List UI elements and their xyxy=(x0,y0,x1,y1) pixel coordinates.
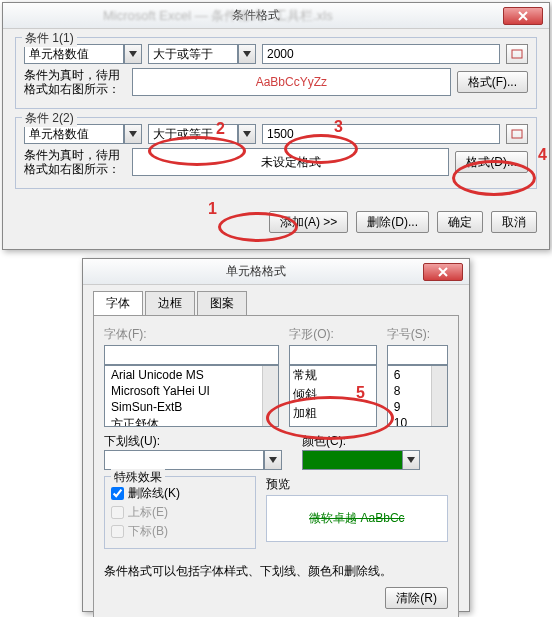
ok-button[interactable]: 确定 xyxy=(437,211,483,233)
font-style-label: 字形(O): xyxy=(289,326,377,343)
cond1-type-input[interactable] xyxy=(24,44,124,64)
super-checkbox xyxy=(111,506,124,519)
color-label: 颜色(C): xyxy=(302,433,448,450)
cond1-side-label: 条件为真时，待用 格式如右图所示： xyxy=(24,68,126,96)
svg-rect-1 xyxy=(512,130,522,138)
close-icon xyxy=(438,267,448,277)
cond1-operator-combo[interactable] xyxy=(148,44,256,64)
cond1-type-combo[interactable] xyxy=(24,44,142,64)
font-size-list[interactable]: 6 8 9 10 xyxy=(387,365,448,427)
scrollbar[interactable] xyxy=(262,366,278,426)
cond2-value-input[interactable] xyxy=(262,124,500,144)
dialog2-tabs: 字体 边框 图案 xyxy=(83,285,469,315)
underline-combo[interactable] xyxy=(104,450,282,470)
font-footnote: 条件格式可以包括字体样式、下划线、颜色和删除线。 xyxy=(104,563,448,579)
cond2-type-combo[interactable] xyxy=(24,124,142,144)
effects-label: 特殊效果 xyxy=(111,469,165,486)
cond1-preview: AaBbCcYyZz xyxy=(132,68,451,96)
list-item[interactable]: 8 xyxy=(391,383,428,399)
underline-label: 下划线(U): xyxy=(104,433,282,450)
list-item[interactable]: 9 xyxy=(391,399,428,415)
effects-group: 特殊效果 删除线(K) 上标(E) 下标(B) xyxy=(104,476,256,549)
list-item[interactable]: 方正舒体 xyxy=(108,415,259,427)
cell-format-dialog: 单元格格式 字体 边框 图案 字体(F): Arial Unicode MS M… xyxy=(82,258,470,612)
dialog2-title: 单元格格式 xyxy=(89,263,423,280)
list-item[interactable]: 6 xyxy=(391,367,428,383)
condition-2-legend: 条件 2(2) xyxy=(22,110,77,127)
svg-rect-0 xyxy=(512,50,522,58)
cond2-format-button[interactable]: 格式(D)... xyxy=(455,151,528,173)
sub-label: 下标(B) xyxy=(128,523,168,540)
preview-box: 微软卓越 AaBbCc xyxy=(266,495,448,542)
cond2-type-input[interactable] xyxy=(24,124,124,144)
font-size-input xyxy=(387,345,448,365)
dropdown-icon[interactable] xyxy=(238,124,256,144)
dialog2-close-button[interactable] xyxy=(423,263,463,281)
cond2-side-label: 条件为真时，待用 格式如右图所示： xyxy=(24,148,126,176)
cond2-preview: 未设定格式 xyxy=(132,148,449,176)
font-face-label: 字体(F): xyxy=(104,326,279,343)
sub-checkbox xyxy=(111,525,124,538)
font-size-label: 字号(S): xyxy=(387,326,448,343)
color-combo[interactable] xyxy=(302,450,448,470)
add-button[interactable]: 添加(A) >> xyxy=(269,211,348,233)
dropdown-icon[interactable] xyxy=(402,450,420,470)
dropdown-icon[interactable] xyxy=(264,450,282,470)
conditional-format-dialog: Microsoft Excel — 条件格式 · 工具栏.xls 条件格式 条件… xyxy=(2,2,550,250)
font-style-list[interactable]: 常规 倾斜 加粗 加粗 倾斜 xyxy=(289,365,377,427)
dialog1-buttons: 添加(A) >> 删除(D)... 确定 取消 xyxy=(3,205,549,239)
dialog1-close-button[interactable] xyxy=(503,7,543,25)
underline-input[interactable] xyxy=(104,450,264,470)
dialog1-titlebar: Microsoft Excel — 条件格式 · 工具栏.xls 条件格式 xyxy=(3,3,549,29)
clear-button[interactable]: 清除(R) xyxy=(385,587,448,609)
cond1-ref-picker[interactable] xyxy=(506,44,528,64)
tab-border[interactable]: 边框 xyxy=(145,291,195,315)
list-item[interactable]: 10 xyxy=(391,415,428,427)
cond2-ref-picker[interactable] xyxy=(506,124,528,144)
list-item[interactable]: 常规 xyxy=(290,366,376,385)
dialog2-titlebar: 单元格格式 xyxy=(83,259,469,285)
list-item[interactable]: 加粗 倾斜 xyxy=(290,423,376,427)
cond1-value-input[interactable] xyxy=(262,44,500,64)
close-icon xyxy=(518,11,528,21)
cond2-operator-input[interactable] xyxy=(148,124,238,144)
color-swatch xyxy=(302,450,402,470)
cond1-operator-input[interactable] xyxy=(148,44,238,64)
list-item[interactable]: 加粗 xyxy=(290,404,376,423)
condition-1-legend: 条件 1(1) xyxy=(22,30,77,47)
list-item[interactable]: 倾斜 xyxy=(290,385,376,404)
dropdown-icon[interactable] xyxy=(238,44,256,64)
blurred-bg-title: Microsoft Excel — 条件格式 · 工具栏.xls xyxy=(103,7,333,25)
ref-icon xyxy=(511,129,523,139)
scrollbar[interactable] xyxy=(431,366,447,426)
list-item[interactable]: Microsoft YaHei UI xyxy=(108,383,259,399)
condition-2-group: 条件 2(2) 条件为真时，待用 格式如右图所示： 未设定格式 格式(D)... xyxy=(15,117,537,189)
list-item[interactable]: SimSun-ExtB xyxy=(108,399,259,415)
dropdown-icon[interactable] xyxy=(124,44,142,64)
list-item[interactable]: Arial Unicode MS xyxy=(108,367,259,383)
condition-1-group: 条件 1(1) 条件为真时，待用 格式如右图所示： AaBbCcYyZz 格式(… xyxy=(15,37,537,109)
cancel-button[interactable]: 取消 xyxy=(491,211,537,233)
strike-label: 删除线(K) xyxy=(128,485,180,502)
strike-checkbox[interactable] xyxy=(111,487,124,500)
delete-button[interactable]: 删除(D)... xyxy=(356,211,429,233)
font-face-input xyxy=(104,345,279,365)
tab-font[interactable]: 字体 xyxy=(93,291,143,315)
super-label: 上标(E) xyxy=(128,504,168,521)
cond1-format-button[interactable]: 格式(F)... xyxy=(457,71,528,93)
dropdown-icon[interactable] xyxy=(124,124,142,144)
preview-label: 预览 xyxy=(266,476,448,493)
font-style-input xyxy=(289,345,377,365)
ref-icon xyxy=(511,49,523,59)
cond2-operator-combo[interactable] xyxy=(148,124,256,144)
tab-pattern[interactable]: 图案 xyxy=(197,291,247,315)
font-panel: 字体(F): Arial Unicode MS Microsoft YaHei … xyxy=(93,315,459,617)
font-face-list[interactable]: Arial Unicode MS Microsoft YaHei UI SimS… xyxy=(104,365,279,427)
